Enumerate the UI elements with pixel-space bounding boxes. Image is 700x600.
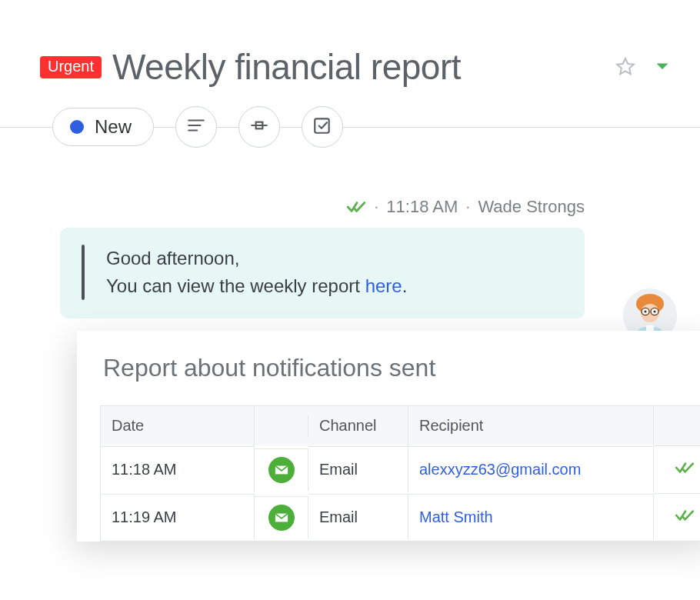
email-icon [268,505,295,531]
meta-separator: · [374,197,378,217]
title-header: Urgent Weekly financial report [0,0,700,103]
message-meta: · 11:18 AM · Wade Strongs [60,197,585,217]
urgent-badge: Urgent [40,56,102,78]
double-check-icon [675,460,695,479]
title-actions [614,55,669,78]
page-title: Weekly financial report [112,46,594,88]
message-author: Wade Strongs [478,197,585,217]
message-text: Good afternoon, You can view the weekly … [106,245,407,300]
message-line-prefix: You can view the weekly report [106,275,365,296]
col-icon [255,415,308,437]
double-check-icon [675,508,695,527]
report-panel: Report about notifications sent Date Cha… [77,331,700,542]
cell-date: 11:19 AM [101,494,255,540]
status-label: New [95,116,132,138]
report-table: Date Channel Recipient 11:18 AM Email al… [100,405,700,542]
chevron-down-icon[interactable] [655,60,669,74]
message-line-suffix: . [402,275,408,296]
align-button[interactable] [238,106,280,148]
message-body: Good afternoon, You can view the weekly … [60,228,585,318]
report-title: Report about notifications sent [103,354,700,382]
table-row[interactable]: 11:19 AM Email Matt Smith [101,493,700,541]
meta-separator: · [465,197,470,217]
align-icon [249,115,269,138]
cell-recipient[interactable]: alexxyzz63@gmail.com [408,446,654,492]
star-icon[interactable] [614,55,637,78]
cell-status [654,445,700,493]
check-square-icon [312,115,332,138]
col-status [654,415,700,437]
table-header: Date Channel Recipient [101,406,700,445]
cell-channel-icon [255,448,308,491]
list-icon [186,115,206,138]
status-dot-icon [70,120,84,134]
svg-rect-5 [315,118,328,132]
cell-status [654,493,700,541]
email-icon [268,457,295,483]
double-check-icon [346,198,366,215]
table-row[interactable]: 11:18 AM Email alexxyzz63@gmail.com [101,445,700,493]
cell-channel-icon [255,496,308,538]
message-greeting: Good afternoon, [106,248,239,268]
check-button[interactable] [302,106,343,148]
cell-recipient[interactable]: Matt Smith [408,494,654,540]
svg-point-12 [653,310,655,312]
col-date: Date [101,406,255,445]
status-pill[interactable]: New [52,108,154,146]
col-channel: Channel [308,406,408,445]
message-time: 11:18 AM [386,197,458,217]
report-link[interactable]: here [365,275,402,296]
col-recipient: Recipient [408,406,654,445]
cell-channel: Email [308,446,408,492]
message-area: · 11:18 AM · Wade Strongs Good afternoon… [0,151,700,318]
quote-bar [82,245,85,300]
svg-point-11 [644,310,646,312]
toolbar: New [0,103,700,151]
list-button[interactable] [175,106,217,148]
cell-date: 11:18 AM [101,446,255,492]
cell-channel: Email [308,494,408,540]
